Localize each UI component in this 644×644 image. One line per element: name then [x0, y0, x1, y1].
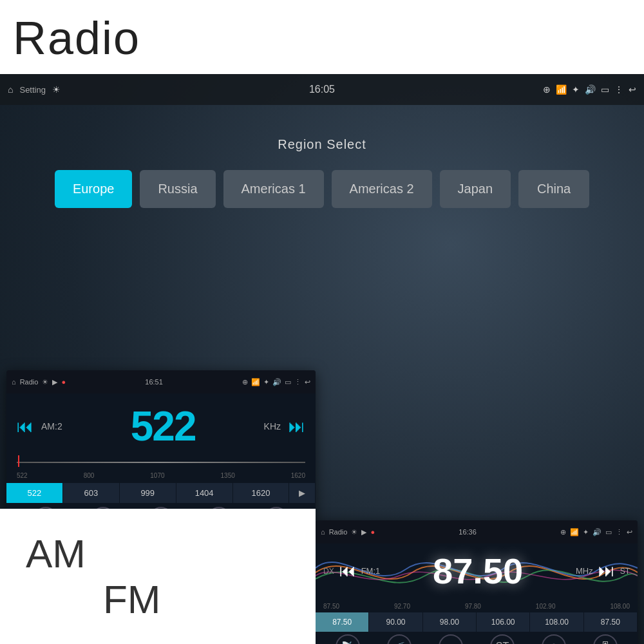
fm-eq-icon[interactable]: 🎛 EQ	[593, 634, 618, 644]
am-preset-5[interactable]: 1620	[233, 483, 290, 503]
fm-scale-3: 97.80	[465, 603, 481, 610]
more-icon[interactable]: ⋮	[614, 84, 623, 95]
am-main: ⏮ AM:2 522 KHz ⏭	[6, 396, 316, 450]
am-prev-button[interactable]: ⏮	[17, 417, 33, 437]
am-home-icon[interactable]: ⌂	[12, 378, 16, 386]
region-btn-europe[interactable]: Europe	[55, 170, 133, 208]
fm-band-circle: 〰	[439, 634, 463, 644]
fm-preset-5[interactable]: 108.00	[530, 612, 583, 632]
am-tick-4: 1350	[221, 472, 235, 479]
am-freq-line	[17, 462, 305, 463]
fm-dx-label: DX	[323, 567, 334, 576]
region-btn-china[interactable]: China	[518, 170, 589, 208]
status-bar-left: ⌂ Setting ☀	[8, 84, 214, 95]
fm-eq-circle: 🎛	[593, 634, 618, 644]
fm-next-button[interactable]: ⏭	[598, 561, 615, 581]
volume-icon[interactable]: 🔊	[585, 84, 596, 95]
back-icon[interactable]: ↩	[629, 84, 636, 95]
am-frequency: 522	[70, 402, 256, 450]
fm-preset-6[interactable]: 87.50	[584, 612, 638, 632]
fm-vol-icon2: 🔊	[592, 528, 601, 536]
fm-gps-icon2: ⊕	[560, 528, 566, 536]
am-tick-2: 800	[84, 472, 95, 479]
region-title: Region Select	[32, 137, 612, 152]
fm-controls: DX ⏮ FM:1 87.50 MHz ⏭ ST	[316, 544, 638, 598]
am-preset-1[interactable]: 522	[6, 483, 63, 503]
fm-scale-5: 108.00	[610, 603, 630, 610]
fm-preset-3[interactable]: 98.00	[423, 612, 477, 632]
fm-st-label: ST	[620, 567, 630, 576]
screen-area: ⌂ Setting ☀ 16:05 ⊕ 📶 ✦ 🔊 ▭ ⋮ ↩ Region S…	[0, 74, 644, 644]
fm-scale-2: 92.70	[394, 603, 410, 610]
fm-frequency: 87.50	[385, 550, 571, 592]
fm-back-icon2[interactable]: ↩	[627, 528, 632, 536]
am-preset-3[interactable]: 999	[120, 483, 176, 503]
am-freq-bar	[17, 453, 305, 471]
fm-prev-button[interactable]: ⏮	[339, 561, 356, 581]
fm-main-area: DX ⏮ FM:1 87.50 MHz ⏭ ST	[316, 544, 638, 601]
fm-loc-icon[interactable]: ◎ LOC	[542, 634, 566, 644]
fm-media-icon: ▶	[361, 528, 366, 536]
am-screen-icon: ▭	[285, 378, 291, 386]
fm-scale-4: 102.90	[536, 603, 556, 610]
fm-time: 16:36	[379, 528, 556, 536]
am-vol-icon: 🔊	[272, 378, 281, 386]
fm-ams-circle: 📡	[336, 634, 360, 644]
fm-home-icon[interactable]: ⌂	[321, 528, 325, 536]
am-rec-icon: ●	[61, 378, 66, 386]
am-time: 16:51	[70, 378, 238, 386]
settings-label[interactable]: Setting	[19, 85, 45, 95]
am-bt-icon: ✦	[263, 378, 269, 386]
home-icon[interactable]: ⌂	[8, 84, 13, 95]
am-unit: KHz	[264, 421, 281, 431]
fm-preset-1[interactable]: 87.50	[316, 612, 369, 632]
region-btn-japan[interactable]: Japan	[440, 170, 511, 208]
am-wifi-icon: 📶	[251, 378, 260, 386]
fm-ams-icon[interactable]: 📡 AMS	[336, 634, 360, 644]
am-back-icon[interactable]: ↩	[305, 378, 310, 386]
fm-screen: ⌂ Radio ☀ ▶ ● 16:36 ⊕ 📶 ✦ 🔊 ▭ ⋮ ↩ DX ⏮	[316, 520, 638, 644]
page-title: Radio	[13, 12, 140, 64]
region-btn-americas1[interactable]: Americas 1	[223, 170, 324, 208]
fm-brightness-icon: ☀	[351, 528, 357, 536]
am-preset-more[interactable]: ▶	[289, 483, 316, 503]
fm-preset-2[interactable]: 90.00	[369, 612, 422, 632]
region-panel: Region Select Europe Russia Americas 1 A…	[32, 137, 612, 208]
am-tick-5: 1620	[291, 472, 305, 479]
am-gps-icon: ⊕	[242, 378, 248, 386]
screen-icon[interactable]: ▭	[601, 84, 609, 95]
status-bar-time: 16:05	[219, 84, 425, 95]
am-more-icon[interactable]: ⋮	[294, 378, 301, 386]
am-preset-2[interactable]: 603	[63, 483, 120, 503]
am-preset-bar: 522 603 999 1404 1620 ▶	[6, 483, 316, 503]
am-media-icon: ▶	[52, 378, 57, 386]
fm-label-text: FM	[0, 576, 316, 622]
fm-screen-icon2: ▭	[605, 528, 612, 536]
status-bar: ⌂ Setting ☀ 16:05 ⊕ 📶 ✦ 🔊 ▭ ⋮ ↩	[0, 74, 644, 105]
fm-ps-icon[interactable]: 📻 PS	[387, 634, 412, 644]
brightness-icon[interactable]: ☀	[52, 84, 61, 95]
fm-scale-1: 87.50	[323, 603, 339, 610]
fm-ps-circle: 📻	[387, 634, 412, 644]
fm-st-icon[interactable]: ST ST	[490, 634, 515, 644]
am-band-label: AM:2	[41, 421, 62, 431]
region-btn-russia[interactable]: Russia	[140, 170, 215, 208]
fm-rec-icon: ●	[370, 528, 375, 536]
fm-band-label: FM:1	[361, 566, 381, 576]
status-bar-right: ⊕ 📶 ✦ 🔊 ▭ ⋮ ↩	[430, 84, 636, 95]
am-preset-4[interactable]: 1404	[176, 483, 233, 503]
region-btn-americas2[interactable]: Americas 2	[332, 170, 432, 208]
fm-more-icon2[interactable]: ⋮	[616, 528, 623, 536]
gps-icon: ⊕	[543, 84, 551, 95]
fm-presets: 87.50 90.00 98.00 106.00 108.00 87.50	[316, 612, 638, 632]
wifi-icon: 📶	[556, 84, 567, 95]
top-section: Radio	[0, 0, 644, 74]
fm-preset-4[interactable]: 106.00	[477, 612, 530, 632]
am-tick-3: 1070	[150, 472, 164, 479]
am-freq-marker	[18, 455, 19, 467]
am-brightness-icon: ☀	[42, 378, 48, 386]
am-tick-1: 522	[17, 472, 28, 479]
bottom-labels: AM FM	[0, 509, 316, 644]
am-next-button[interactable]: ⏭	[289, 417, 305, 437]
fm-band-icon[interactable]: 〰 BAND	[439, 634, 463, 644]
